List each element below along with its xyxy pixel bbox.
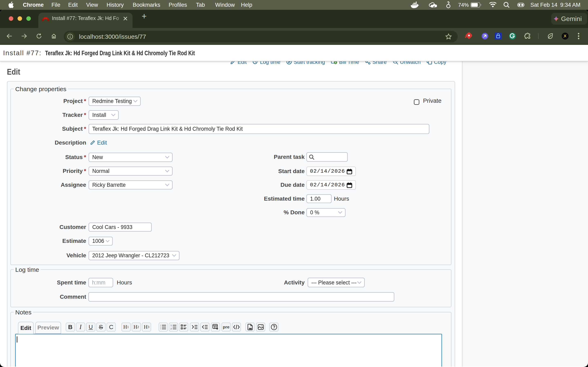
svg-text:1: 1 xyxy=(171,324,172,327)
svg-text:2: 2 xyxy=(171,327,172,330)
